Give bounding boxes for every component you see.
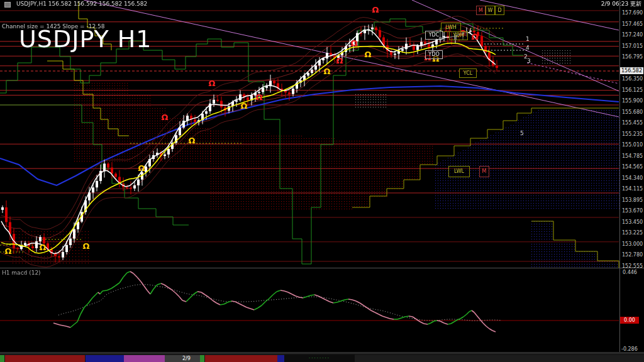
marker-box-lwh: LWH — [441, 23, 461, 32]
price-axis-tick: 154.565 — [622, 164, 643, 170]
last-updated-timestamp: 2/9 06:23 更新 — [601, 0, 641, 8]
session-bar-segment — [124, 355, 165, 362]
price-axis-tick: 153.670 — [622, 208, 643, 214]
session-bar-date: 2/9 — [182, 355, 191, 362]
watermark-green-text: ········ — [284, 354, 355, 362]
panel-separator-main-macd — [0, 268, 644, 268]
marker-box-d: D — [495, 6, 504, 15]
price-axis-tick: 155.010 — [622, 142, 643, 148]
price-axis-tick: 153.450 — [622, 219, 643, 225]
marker-box-ydc: YDC — [425, 31, 443, 40]
session-bar-segment — [355, 355, 644, 362]
pivot-point-number: 4 — [526, 45, 530, 51]
pivot-point-number: 5 — [520, 130, 524, 136]
pivot-point-number: 1 — [526, 36, 530, 42]
price-axis-tick: 155.680 — [622, 109, 643, 115]
price-axis-tick: 157.015 — [622, 43, 643, 49]
marker-box-w: W — [486, 6, 495, 15]
chart-watermark-title: USDJPY H1 — [19, 25, 152, 53]
price-axis-tick: 157.240 — [622, 32, 643, 38]
price-axis-tick: 154.340 — [622, 175, 643, 181]
marker-box-ydh: YDH — [449, 31, 468, 40]
trading-terminal-window: USDJPY,H1 156.582 156.592 156.582 156.58… — [0, 0, 644, 362]
price-axis-tick: 154.785 — [622, 153, 643, 159]
marker-box-ydo: YDO — [425, 50, 443, 59]
session-timeline-bar: 2/9 ········ — [0, 354, 644, 362]
price-axis-tick: 157.465 — [622, 21, 643, 27]
macd-panel-label: H1 macd (12) — [2, 270, 41, 276]
macd-indicator-canvas[interactable] — [0, 268, 619, 354]
current-price-badge: 156.582 — [620, 67, 643, 74]
price-axis-tick: 156.350 — [622, 76, 643, 82]
marker-box-m: M — [479, 166, 489, 177]
price-axis-tick: 156.125 — [622, 87, 643, 93]
marker-box-lwl: LWL — [448, 166, 470, 177]
price-axis-tick: 154.115 — [622, 186, 643, 192]
marker-box-ycl: YCL — [459, 69, 477, 78]
price-axis-tick: 156.795 — [622, 54, 643, 60]
price-axis-tick: 157.690 — [622, 10, 643, 16]
price-axis-tick: 153.895 — [622, 197, 643, 203]
marker-box-m: M — [476, 6, 486, 15]
macd-current-value-badge: 0.00 — [620, 317, 639, 324]
symbol-ohlc-readout: USDJPY,H1 156.582 156.592 156.582 156.58… — [16, 0, 147, 8]
session-bar-segment — [0, 355, 4, 362]
chart-window-icon — [4, 2, 11, 8]
price-axis-tick: 155.455 — [622, 120, 643, 126]
session-bar-segment — [200, 355, 204, 362]
macd-axis-max: 0.446 — [623, 270, 637, 275]
price-axis-tick: 155.900 — [622, 98, 643, 104]
price-axis-tick: 153.225 — [622, 230, 643, 236]
price-axis-tick: 152.780 — [622, 252, 643, 258]
session-bar-segment — [5, 355, 85, 362]
pivot-point-number: 3 — [527, 58, 531, 64]
chart-info-strip: USDJPY,H1 156.582 156.592 156.582 156.58… — [0, 0, 644, 8]
price-axis-tick: 155.235 — [622, 131, 643, 137]
session-bar-segment — [86, 355, 124, 362]
price-axis-tick: 153.000 — [622, 241, 643, 247]
axis-separator-vertical — [619, 0, 620, 354]
macd-axis-min: -0.286 — [621, 346, 638, 352]
session-bar-segment — [205, 355, 277, 362]
